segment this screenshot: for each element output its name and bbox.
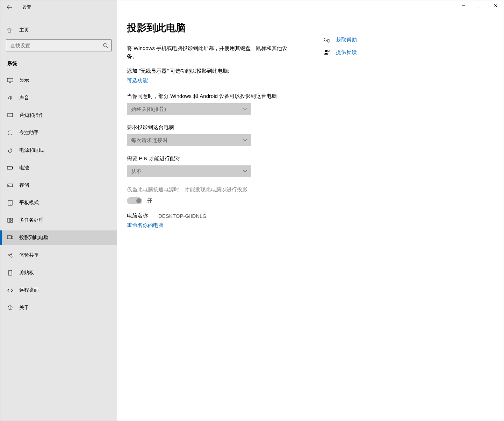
svg-rect-22 <box>8 271 12 275</box>
remote-icon <box>7 288 14 293</box>
sidebar-item-label: 剪贴板 <box>19 270 34 276</box>
sidebar-item-remote[interactable]: 远程桌面 <box>0 283 117 298</box>
sidebar-item-power[interactable]: 电源和睡眠 <box>0 143 117 158</box>
project-icon <box>7 235 14 240</box>
multitask-icon <box>7 218 14 223</box>
sidebar-item-label: 投影到此电脑 <box>19 235 49 241</box>
svg-rect-7 <box>7 166 12 169</box>
arrow-left-icon <box>7 5 12 10</box>
sidebar-item-label: 专注助手 <box>19 130 39 136</box>
svg-rect-28 <box>478 4 481 7</box>
sidebar-item-multitask[interactable]: 多任务处理 <box>0 213 117 228</box>
content-area: 投影到此电脑 将 Windows 手机或电脑投影到此屏幕，并使用其键盘、鼠标和其… <box>117 0 504 421</box>
consent-value: 始终关闭(推荐) <box>131 106 166 113</box>
shared-icon <box>7 252 14 258</box>
power-only-label: 仅当此电脑接通电源时，才能发现此电脑以进行投影 <box>127 186 316 193</box>
pc-name-value: DESKTOP-GIIDNLG <box>158 213 207 219</box>
minimize-icon <box>462 4 465 7</box>
display-icon <box>7 78 14 83</box>
svg-point-0 <box>103 43 107 47</box>
maximize-icon <box>478 4 481 7</box>
sidebar-item-storage[interactable]: 存储 <box>0 178 117 193</box>
minimize-button[interactable] <box>455 0 471 11</box>
request-value: 每次请求连接时 <box>131 137 168 144</box>
tablet-icon <box>7 200 14 206</box>
sidebar-item-label: 存储 <box>19 182 29 188</box>
close-button[interactable] <box>488 0 504 11</box>
sidebar-item-label: 多任务处理 <box>19 217 44 223</box>
page-title: 投影到此电脑 <box>127 21 316 35</box>
back-button[interactable] <box>2 0 16 14</box>
feedback-label: 提供反馈 <box>336 49 357 56</box>
svg-rect-8 <box>12 167 13 169</box>
home-button[interactable]: 主页 <box>0 23 117 37</box>
svg-point-26 <box>10 306 10 307</box>
consent-label: 当你同意时，部分 Windows 和 Android 设备可以投影到这台电脑 <box>127 93 316 100</box>
get-help-link[interactable]: 获取帮助 <box>324 37 357 43</box>
sidebar: 设置 主页 系统 显示 声音 通知和操作 <box>0 0 117 421</box>
pc-name-label: 电脑名称 <box>127 213 148 219</box>
svg-line-20 <box>9 254 11 255</box>
svg-point-31 <box>327 40 330 42</box>
consent-dropdown[interactable]: 始终关闭(推荐) <box>127 103 251 115</box>
sidebar-item-battery[interactable]: 电池 <box>0 160 117 175</box>
focus-assist-icon <box>7 130 14 135</box>
svg-rect-14 <box>10 218 13 220</box>
svg-point-19 <box>11 256 12 257</box>
sidebar-item-focus-assist[interactable]: 专注助手 <box>0 126 117 140</box>
svg-rect-4 <box>8 113 13 117</box>
sidebar-item-notifications[interactable]: 通知和操作 <box>0 108 117 123</box>
add-feature-text: 添加 "无线显示器" 可选功能以投影到此电脑: <box>127 68 316 74</box>
help-label: 获取帮助 <box>336 37 357 43</box>
battery-icon <box>7 166 14 170</box>
svg-point-17 <box>8 255 9 256</box>
power-only-toggle[interactable] <box>127 197 142 204</box>
sidebar-item-sound[interactable]: 声音 <box>0 91 117 105</box>
sidebar-item-label: 声音 <box>19 95 29 101</box>
request-dropdown[interactable]: 每次请求连接时 <box>127 134 251 146</box>
feedback-icon <box>324 50 330 55</box>
give-feedback-link[interactable]: 提供反馈 <box>324 49 357 56</box>
notifications-icon <box>7 113 14 118</box>
sidebar-item-display[interactable]: 显示 <box>0 73 117 88</box>
sidebar-item-project[interactable]: 投影到此电脑 <box>0 230 117 245</box>
pin-dropdown[interactable]: 从不 <box>127 165 251 177</box>
sound-icon <box>7 95 14 101</box>
about-icon <box>7 305 14 310</box>
sidebar-item-label: 远程桌面 <box>19 287 39 293</box>
home-label: 主页 <box>19 27 29 33</box>
svg-point-10 <box>8 185 9 186</box>
app-title: 设置 <box>23 5 31 10</box>
svg-rect-2 <box>7 78 13 82</box>
window-controls <box>455 0 504 11</box>
titlebar-left: 设置 <box>0 0 117 14</box>
svg-rect-15 <box>10 221 13 222</box>
sidebar-item-label: 通知和操作 <box>19 112 44 119</box>
search-box[interactable] <box>6 40 111 51</box>
svg-rect-13 <box>8 218 10 222</box>
home-icon <box>7 27 14 33</box>
optional-features-link[interactable]: 可选功能 <box>127 77 148 84</box>
request-label: 要求投影到这台电脑 <box>127 124 316 131</box>
svg-point-18 <box>11 253 12 255</box>
sidebar-item-tablet[interactable]: 平板模式 <box>0 195 117 210</box>
sidebar-item-label: 关于 <box>19 305 29 311</box>
svg-line-21 <box>9 256 11 256</box>
pin-label: 需要 PIN 才能进行配对 <box>127 155 316 162</box>
sidebar-item-label: 电源和睡眠 <box>19 147 44 154</box>
maximize-button[interactable] <box>471 0 488 11</box>
rename-pc-link[interactable]: 重命名你的电脑 <box>127 222 316 229</box>
chevron-down-icon <box>243 139 247 142</box>
sidebar-item-clipboard[interactable]: 剪贴板 <box>0 265 117 280</box>
sidebar-item-label: 平板模式 <box>19 200 39 206</box>
svg-point-32 <box>325 50 327 52</box>
storage-icon <box>7 184 14 187</box>
svg-rect-33 <box>327 50 329 51</box>
clipboard-icon <box>7 270 14 276</box>
search-input[interactable] <box>10 43 103 48</box>
chevron-down-icon <box>243 170 247 173</box>
sidebar-item-shared[interactable]: 体验共享 <box>0 248 117 263</box>
svg-line-1 <box>107 47 108 48</box>
sidebar-item-label: 显示 <box>19 77 29 84</box>
sidebar-item-about[interactable]: 关于 <box>0 300 117 315</box>
